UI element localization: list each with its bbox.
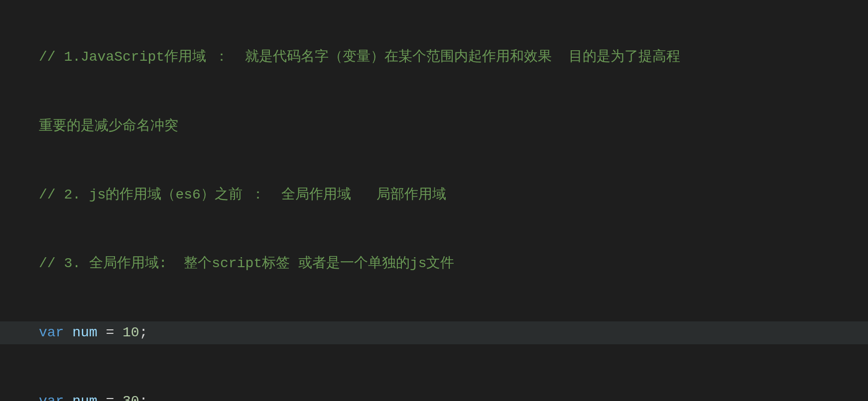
keyword-var: var [39,321,64,344]
code-editor[interactable]: // 1.JavaScript作用域 ： 就是代码名字（变量）在某个范围内起作用… [0,0,868,401]
comment-text: // 3. 全局作用域: 整个script标签 或者是一个单独的js文件 [39,252,454,275]
code-line[interactable]: // 2. js的作用域（es6）之前 ： 全局作用域 局部作用域 [0,184,868,206]
code-line[interactable]: var num = 30; [0,390,868,401]
semicolon: ; [139,390,148,401]
semicolon: ; [139,321,148,344]
comment-text: 重要的是减少命名冲突 [39,115,178,138]
comment-text: // 1.JavaScript作用域 ： 就是代码名字（变量）在某个范围内起作用… [39,46,680,69]
operator: = [106,321,123,344]
operator: = [106,390,123,401]
code-line[interactable]: // 1.JavaScript作用域 ： 就是代码名字（变量）在某个范围内起作用… [0,46,868,69]
code-line[interactable]: // 3. 全局作用域: 整个script标签 或者是一个单独的js文件 [0,253,868,276]
variable-name: num [64,390,106,401]
code-line-active[interactable]: var num = 10; [0,321,868,344]
keyword-var: var [39,390,64,401]
number-literal: 30 [123,390,139,401]
comment-text: // 2. js的作用域（es6）之前 ： 全局作用域 局部作用域 [39,184,446,206]
number-literal: 10 [123,321,139,344]
variable-name: num [64,321,106,344]
code-line[interactable]: 重要的是减少命名冲突 [0,115,868,138]
